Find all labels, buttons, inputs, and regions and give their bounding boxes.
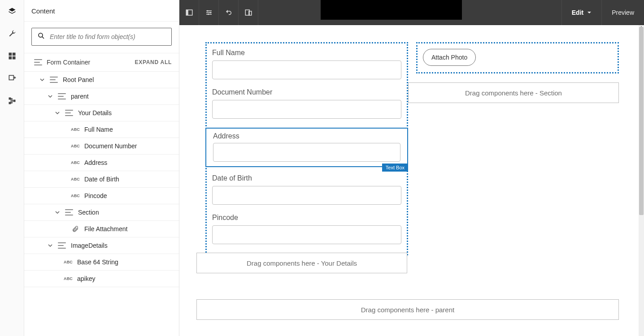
assets-icon[interactable] bbox=[7, 51, 17, 61]
container-icon bbox=[34, 59, 42, 65]
text-field-icon: ABC bbox=[71, 192, 80, 199]
dob-input[interactable] bbox=[212, 186, 401, 205]
container-icon bbox=[57, 242, 66, 249]
search-input[interactable] bbox=[50, 33, 166, 40]
field-label: Full Name bbox=[212, 49, 401, 57]
chevron-down-icon bbox=[39, 77, 45, 82]
search-field[interactable] bbox=[31, 28, 172, 46]
full-name-input[interactable] bbox=[212, 60, 401, 79]
layers-icon[interactable] bbox=[7, 6, 17, 16]
mode-preview-button[interactable]: Preview bbox=[601, 0, 644, 25]
add-component-icon[interactable] bbox=[7, 73, 17, 83]
text-field-icon: ABC bbox=[71, 159, 80, 166]
field-label: Pincode bbox=[212, 214, 401, 222]
svg-point-8 bbox=[39, 33, 43, 37]
sliders-icon[interactable] bbox=[199, 0, 219, 25]
field-full-name[interactable]: Full Name bbox=[212, 49, 401, 79]
selection-type-tag: Text Box bbox=[382, 164, 408, 172]
container-icon bbox=[65, 209, 74, 216]
container-icon bbox=[49, 76, 58, 83]
tree-label: File Attachment bbox=[84, 225, 128, 233]
field-pincode[interactable]: Pincode bbox=[212, 214, 401, 244]
tree-label: Address bbox=[84, 159, 107, 166]
tree-label: Root Panel bbox=[63, 76, 94, 83]
tree-label: Pincode bbox=[84, 192, 107, 199]
tree-label: Document Number bbox=[84, 142, 137, 150]
chevron-down-icon bbox=[48, 94, 53, 99]
tree-label: parent bbox=[71, 93, 89, 100]
vertical-scrollbar[interactable]: ▲ bbox=[639, 25, 644, 336]
form-container-label: Form Container bbox=[47, 59, 90, 66]
redacted-title bbox=[321, 0, 462, 20]
pincode-input[interactable] bbox=[212, 225, 401, 244]
container-icon bbox=[65, 109, 74, 116]
tree-node-address[interactable]: ABC Address bbox=[24, 155, 179, 171]
mode-edit-button[interactable]: Edit bbox=[561, 0, 601, 25]
text-field-icon: ABC bbox=[64, 258, 73, 266]
section-container[interactable]: Attach Photo bbox=[416, 42, 619, 73]
field-label: Address bbox=[213, 132, 400, 140]
tree-node-apikey[interactable]: ABC apikey bbox=[24, 271, 179, 287]
tree-label: Section bbox=[78, 209, 99, 216]
content-panel: Content Form Container EXPAND ALL Root P… bbox=[24, 0, 179, 336]
tree-label: ImageDetails bbox=[71, 242, 108, 249]
svg-rect-0 bbox=[9, 53, 12, 56]
field-dob[interactable]: Date of Birth bbox=[212, 174, 401, 205]
container-icon bbox=[57, 93, 66, 100]
dropzone-parent[interactable]: Drag components here - parent bbox=[196, 299, 619, 320]
tree-label: Your Details bbox=[78, 109, 112, 116]
svg-rect-3 bbox=[12, 56, 15, 60]
attach-photo-button[interactable]: Attach Photo bbox=[423, 49, 476, 66]
tree-node-file-attachment[interactable]: File Attachment bbox=[24, 221, 179, 237]
editor-toolbar: Edit Preview bbox=[179, 0, 644, 25]
expand-all-button[interactable]: EXPAND ALL bbox=[135, 59, 172, 65]
panel-title: Content bbox=[24, 0, 179, 22]
search-icon bbox=[37, 32, 45, 42]
tree-node-pincode[interactable]: ABC Pincode bbox=[24, 188, 179, 204]
dropzone-your-details[interactable]: Drag components here - Your Details bbox=[196, 253, 407, 273]
wrench-icon[interactable] bbox=[7, 29, 17, 39]
svg-point-13 bbox=[208, 13, 209, 15]
address-input[interactable] bbox=[213, 143, 400, 162]
scroll-thumb[interactable] bbox=[639, 27, 644, 215]
tree-node-image-details[interactable]: ImageDetails bbox=[24, 237, 179, 254]
tree-node-base64[interactable]: ABC Base 64 String bbox=[24, 254, 179, 271]
tree-node-full-name[interactable]: ABC Full Name bbox=[24, 121, 179, 138]
tree-node-section[interactable]: Section bbox=[24, 204, 179, 221]
field-label: Document Number bbox=[212, 88, 401, 96]
chevron-down-icon bbox=[55, 210, 60, 215]
tree-label: Base 64 String bbox=[77, 258, 118, 266]
undo-button[interactable] bbox=[219, 0, 239, 25]
tree-node-root-panel[interactable]: Root Panel bbox=[24, 72, 179, 88]
chevron-down-icon bbox=[48, 243, 53, 248]
field-document-number[interactable]: Document Number bbox=[212, 88, 401, 119]
tree-node-document-number[interactable]: ABC Document Number bbox=[24, 138, 179, 155]
editor-canvas[interactable]: Full Name Document Number Address Text B… bbox=[179, 25, 639, 336]
mode-preview-label: Preview bbox=[612, 9, 634, 16]
text-field-icon: ABC bbox=[71, 142, 80, 150]
field-label: Date of Birth bbox=[212, 174, 401, 182]
svg-rect-7 bbox=[13, 100, 15, 102]
tree: Root Panel parent Your Details ABC Full … bbox=[24, 72, 179, 298]
your-details-container[interactable]: Full Name Document Number Address Text B… bbox=[205, 42, 408, 255]
tree-node-parent[interactable]: parent bbox=[24, 88, 179, 105]
svg-rect-10 bbox=[186, 10, 188, 15]
field-address-selected[interactable]: Address Text Box bbox=[205, 128, 408, 167]
tree-node-your-details[interactable]: Your Details bbox=[24, 105, 179, 121]
svg-rect-4 bbox=[9, 75, 13, 80]
toggle-side-panel-button[interactable] bbox=[179, 0, 199, 25]
tree-label: apikey bbox=[77, 275, 95, 282]
svg-point-11 bbox=[207, 10, 208, 12]
svg-rect-2 bbox=[9, 56, 12, 60]
svg-point-12 bbox=[209, 12, 211, 13]
chevron-down-icon bbox=[55, 110, 60, 116]
tree-icon[interactable] bbox=[7, 96, 17, 106]
chevron-down-icon bbox=[587, 9, 592, 16]
device-preview-button[interactable] bbox=[239, 0, 258, 25]
dropzone-section[interactable]: Drag components here - Section bbox=[408, 82, 619, 103]
tree-label: Date of Birth bbox=[84, 176, 119, 183]
svg-rect-1 bbox=[12, 53, 15, 56]
tree-label: Full Name bbox=[84, 126, 113, 133]
document-number-input[interactable] bbox=[212, 100, 401, 119]
tree-node-dob[interactable]: ABC Date of Birth bbox=[24, 171, 179, 188]
